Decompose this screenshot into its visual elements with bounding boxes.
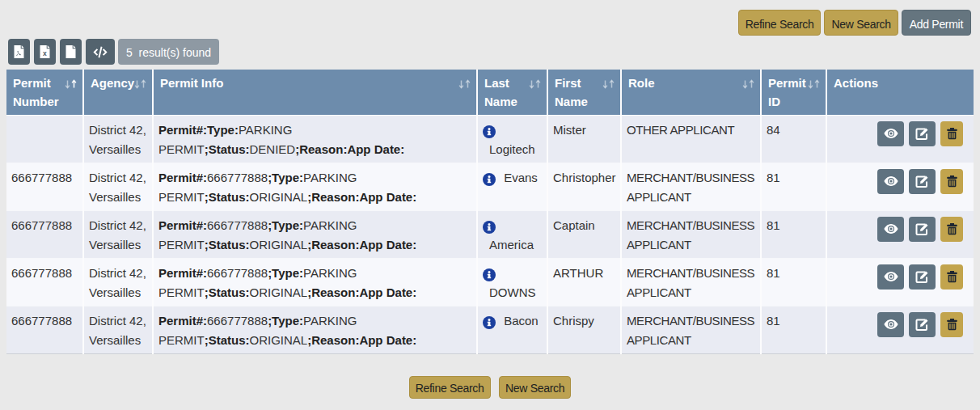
svg-text:x: x [43,49,47,57]
